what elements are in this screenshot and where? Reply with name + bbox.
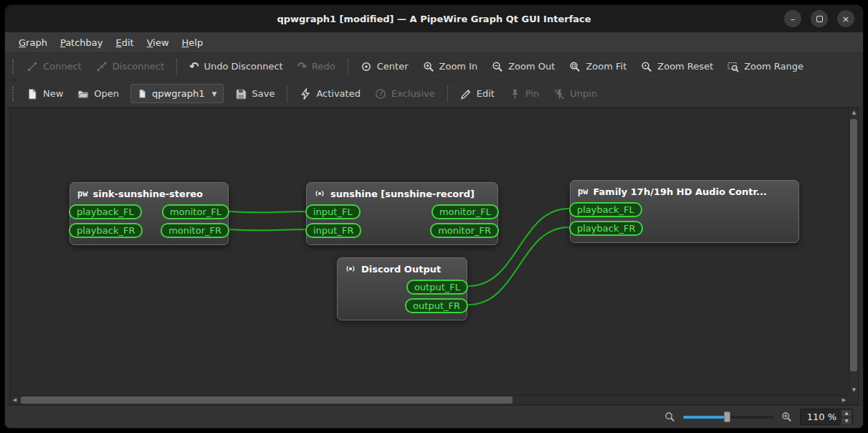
menu-help[interactable]: Help bbox=[176, 32, 210, 52]
unpin-button[interactable]: Unpin bbox=[546, 83, 604, 105]
horizontal-scroll-thumb[interactable] bbox=[21, 396, 512, 404]
scroll-down-button[interactable]: ▼ bbox=[849, 386, 859, 395]
new-button[interactable]: New bbox=[19, 83, 70, 105]
disconnect-button[interactable]: Disconnect bbox=[89, 56, 171, 77]
port-playback-fr[interactable]: playback_FR bbox=[569, 221, 643, 236]
spin-down-button[interactable]: ▼ bbox=[841, 417, 852, 425]
save-icon bbox=[235, 88, 247, 100]
minimize-button[interactable]: – bbox=[784, 10, 801, 27]
patchbay-file-icon bbox=[138, 89, 147, 98]
spin-up-button[interactable]: ▲ bbox=[841, 409, 852, 417]
center-button[interactable]: Center bbox=[353, 56, 416, 77]
port-output-fl[interactable]: output_FL bbox=[406, 280, 468, 295]
zoom-slider-fill bbox=[683, 416, 728, 419]
scroll-right-button[interactable]: ▶ bbox=[839, 396, 849, 405]
close-button[interactable]: × bbox=[837, 10, 854, 27]
pencil-icon bbox=[460, 88, 472, 100]
graph-toolbar: Connect Disconnect ↶ Undo Disconnect ↷ R… bbox=[5, 53, 863, 80]
connect-icon bbox=[27, 61, 38, 72]
vertical-scroll-thumb[interactable] bbox=[850, 119, 857, 371]
horizontal-scroll-track[interactable] bbox=[19, 396, 839, 404]
open-button[interactable]: Open bbox=[70, 83, 126, 105]
unpin-icon bbox=[553, 88, 565, 100]
zoom-spinbox[interactable]: 110 % ▲ ▼ bbox=[800, 409, 853, 425]
pin-button[interactable]: Pin bbox=[502, 83, 546, 105]
vertical-scrollbar[interactable]: ▲ ▼ bbox=[849, 108, 858, 395]
patchbay-combo[interactable]: qpwgraph1 ▼ bbox=[130, 84, 224, 103]
stream-icon bbox=[314, 188, 325, 199]
node-title: sunshine [sunshine-record] bbox=[307, 183, 497, 204]
titlebar[interactable]: qpwgraph1 [modified] — A PipeWire Graph … bbox=[5, 5, 863, 32]
zoom-out-icon[interactable] bbox=[664, 411, 675, 422]
vertical-scroll-track[interactable] bbox=[849, 118, 858, 386]
connection-monitor-fl-to-input-fl[interactable] bbox=[230, 211, 305, 212]
app-window: qpwgraph1 [modified] — A PipeWire Graph … bbox=[5, 5, 863, 428]
statusbar: 110 % ▲ ▼ bbox=[5, 405, 863, 428]
toolbar-drag-handle[interactable] bbox=[12, 60, 14, 74]
disconnect-icon bbox=[96, 61, 108, 72]
menu-view[interactable]: View bbox=[140, 32, 176, 52]
stream-icon bbox=[345, 263, 356, 275]
port-monitor-fl[interactable]: monitor_FL bbox=[162, 204, 229, 219]
exclusive-toggle[interactable]: f Exclusive bbox=[368, 83, 442, 105]
redo-button[interactable]: ↷ Redo bbox=[290, 56, 343, 77]
zoom-reset-icon bbox=[641, 61, 652, 72]
maximize-button[interactable] bbox=[811, 10, 828, 27]
patchbay-combo-value: qpwgraph1 bbox=[152, 88, 204, 99]
minimize-icon: – bbox=[791, 14, 796, 24]
node-title: pw sink-sunshine-stereo bbox=[70, 183, 228, 204]
menu-edit[interactable]: Edit bbox=[110, 32, 140, 52]
node-sink-sunshine-stereo[interactable]: pw sink-sunshine-stereo playback_FL moni… bbox=[70, 182, 229, 245]
node-discord-output[interactable]: Discord Output output_FL output_FR bbox=[337, 257, 467, 320]
save-button[interactable]: Save bbox=[228, 83, 282, 105]
zoom-slider-handle[interactable] bbox=[724, 411, 730, 422]
port-input-fl[interactable]: input_FL bbox=[305, 204, 361, 219]
port-input-fr[interactable]: input_FR bbox=[305, 223, 361, 238]
zoom-range-button[interactable]: Zoom Range bbox=[720, 56, 811, 77]
menu-graph[interactable]: Graph bbox=[12, 32, 54, 52]
scroll-up-button[interactable]: ▲ bbox=[849, 108, 859, 118]
node-family-hd-audio-controller[interactable]: pw Family 17h/19h HD Audio Contr... play… bbox=[570, 180, 799, 243]
activated-toggle[interactable]: Activated bbox=[292, 83, 368, 105]
scroll-left-button[interactable]: ◀ bbox=[10, 396, 19, 405]
close-icon: × bbox=[842, 14, 850, 24]
connections-layer bbox=[10, 108, 849, 395]
port-monitor-fl[interactable]: monitor_FL bbox=[431, 204, 499, 219]
zoom-reset-button[interactable]: Zoom Reset bbox=[634, 56, 720, 77]
menubar: Graph Patchbay Edit View Help bbox=[5, 32, 863, 53]
open-folder-icon bbox=[77, 88, 89, 100]
toolbar-separator bbox=[348, 59, 348, 75]
zoom-in-icon[interactable] bbox=[781, 411, 792, 422]
zoom-out-button[interactable]: Zoom Out bbox=[485, 56, 562, 77]
edit-toggle[interactable]: Edit bbox=[453, 83, 502, 105]
menu-patchbay[interactable]: Patchbay bbox=[54, 32, 110, 52]
zoom-in-icon bbox=[423, 61, 434, 72]
undo-icon: ↶ bbox=[189, 61, 199, 72]
graph-canvas[interactable]: pw sink-sunshine-stereo playback_FL moni… bbox=[10, 108, 849, 395]
node-sunshine-record[interactable]: sunshine [sunshine-record] input_FL moni… bbox=[306, 182, 498, 245]
lightning-bolt-icon bbox=[300, 88, 311, 100]
horizontal-scrollbar[interactable]: ◀ ▶ bbox=[10, 395, 849, 404]
connect-button[interactable]: Connect bbox=[19, 56, 89, 77]
zoom-in-button[interactable]: Zoom In bbox=[416, 56, 485, 77]
node-title: Discord Output bbox=[338, 258, 467, 280]
toolbar-separator bbox=[176, 59, 177, 75]
zoom-range-icon bbox=[728, 61, 739, 72]
toolbar-drag-handle[interactable] bbox=[12, 87, 14, 101]
port-monitor-fr[interactable]: monitor_FR bbox=[161, 223, 229, 238]
port-playback-fl[interactable]: playback_FL bbox=[569, 202, 642, 217]
connection-monitor-fr-to-input-fr[interactable] bbox=[230, 229, 305, 230]
zoom-slider[interactable] bbox=[683, 411, 773, 422]
port-playback-fl[interactable]: playback_FL bbox=[69, 204, 142, 219]
port-monitor-fr[interactable]: monitor_FR bbox=[430, 223, 499, 238]
window-title: qpwgraph1 [modified] — A PipeWire Graph … bbox=[277, 14, 591, 24]
port-output-fr[interactable]: output_FR bbox=[405, 298, 468, 313]
port-playback-fr[interactable]: playback_FR bbox=[69, 223, 143, 238]
new-file-icon bbox=[27, 88, 38, 100]
undo-disconnect-button[interactable]: ↶ Undo Disconnect bbox=[182, 56, 290, 77]
maximize-icon bbox=[816, 16, 823, 22]
spin-arrows: ▲ ▼ bbox=[841, 409, 852, 425]
patchbay-toolbar: New Open qpwgraph1 ▼ Save Activated f Ex… bbox=[5, 80, 863, 108]
node-title: pw Family 17h/19h HD Audio Contr... bbox=[571, 181, 798, 202]
zoom-fit-button[interactable]: Zoom Fit bbox=[562, 56, 634, 77]
